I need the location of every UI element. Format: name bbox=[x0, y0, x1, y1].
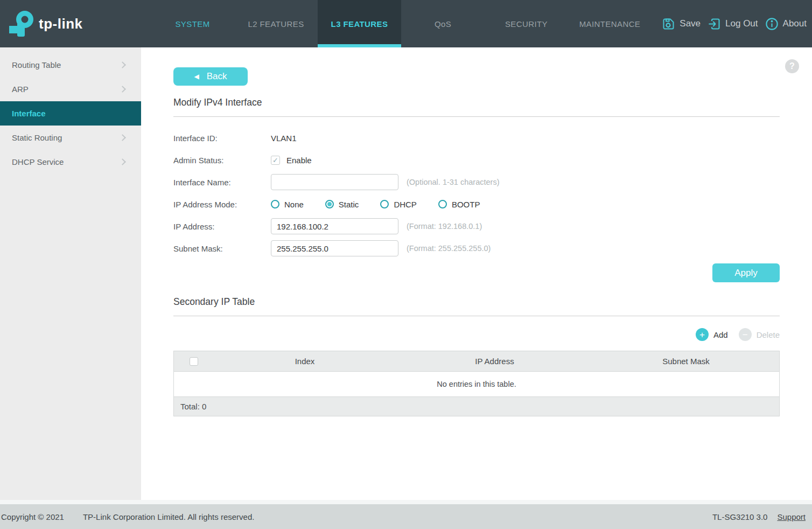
help-icon[interactable]: ? bbox=[785, 59, 799, 73]
admin-status-checkbox[interactable]: ✓ bbox=[271, 156, 280, 165]
interface-name-input[interactable] bbox=[271, 174, 398, 190]
copyright-text: Copyright © 2021 bbox=[1, 512, 64, 521]
delete-button[interactable]: − Delete bbox=[739, 328, 780, 341]
brand-logo-text: tp-link bbox=[39, 16, 83, 32]
ip-address-mode-label: IP Address Mode: bbox=[173, 200, 271, 209]
nav-actions: Save Log Out About bbox=[655, 0, 812, 47]
sidebar-item-dhcp-service[interactable]: DHCP Service bbox=[0, 150, 141, 174]
subnet-mask-hint: (Format: 255.255.255.0) bbox=[407, 244, 491, 253]
back-button[interactable]: ◀ Back bbox=[173, 67, 248, 86]
tab-l3-features[interactable]: L3 FEATURES bbox=[318, 0, 401, 47]
tp-link-logo-icon bbox=[6, 9, 36, 39]
column-header-ip-address: IP Address bbox=[396, 357, 593, 366]
about-icon bbox=[765, 17, 779, 31]
logout-icon bbox=[707, 17, 722, 31]
radio-static[interactable]: Static bbox=[325, 200, 359, 209]
chevron-right-icon bbox=[119, 61, 126, 68]
footer-spacer bbox=[0, 500, 812, 504]
about-label: About bbox=[783, 18, 807, 29]
radio-icon bbox=[438, 200, 447, 208]
interface-id-row: Interface ID: VLAN1 bbox=[173, 130, 780, 146]
tab-l2-features[interactable]: L2 FEATURES bbox=[234, 0, 318, 47]
radio-dhcp[interactable]: DHCP bbox=[380, 200, 417, 209]
table-actions: + Add − Delete bbox=[173, 328, 780, 341]
check-icon: ✓ bbox=[272, 157, 278, 164]
select-all-checkbox[interactable] bbox=[190, 357, 198, 366]
sidebar-item-static-routing[interactable]: Static Routing bbox=[0, 126, 141, 150]
save-button[interactable]: Save bbox=[661, 17, 701, 31]
sidebar: Routing Table ARP Interface Static Routi… bbox=[0, 47, 141, 500]
radio-icon bbox=[271, 200, 279, 208]
chevron-right-icon bbox=[119, 134, 126, 141]
logout-button[interactable]: Log Out bbox=[707, 17, 758, 31]
apply-button[interactable]: Apply bbox=[712, 263, 780, 282]
ip-address-hint: (Format: 192.168.0.1) bbox=[407, 222, 482, 231]
top-nav: tp-link SYSTEM L2 FEATURES L3 FEATURES Q… bbox=[0, 0, 812, 47]
chevron-right-icon bbox=[119, 158, 126, 165]
page-title: Modify IPv4 Interface bbox=[173, 97, 780, 108]
subnet-mask-label: Subnet Mask: bbox=[173, 244, 271, 253]
subnet-mask-input[interactable] bbox=[271, 240, 398, 256]
tab-qos[interactable]: QoS bbox=[401, 0, 485, 47]
main-menu: SYSTEM L2 FEATURES L3 FEATURES QoS SECUR… bbox=[151, 0, 652, 47]
radio-icon bbox=[380, 200, 389, 208]
main-panel: ? ◀ Back Modify IPv4 Interface Interface… bbox=[141, 47, 812, 500]
enable-label: Enable bbox=[286, 156, 312, 165]
sidebar-item-routing-table[interactable]: Routing Table bbox=[0, 53, 141, 77]
secondary-ip-table: Index IP Address Subnet Mask No entries … bbox=[173, 351, 780, 416]
support-link[interactable]: Support bbox=[777, 512, 806, 521]
radio-bootp[interactable]: BOOTP bbox=[438, 200, 480, 209]
company-text: TP-Link Corporation Limited. All rights … bbox=[83, 512, 254, 521]
brand-logo: tp-link bbox=[0, 0, 151, 47]
tab-maintenance[interactable]: MAINTENANCE bbox=[568, 0, 652, 47]
plus-icon: + bbox=[696, 328, 709, 341]
interface-id-label: Interface ID: bbox=[173, 134, 271, 143]
radio-selected-icon bbox=[325, 200, 334, 208]
interface-id-value: VLAN1 bbox=[271, 134, 297, 143]
table-total-row: Total: 0 bbox=[174, 397, 779, 416]
section-divider bbox=[173, 116, 780, 117]
radio-none[interactable]: None bbox=[271, 200, 304, 209]
column-header-index: Index bbox=[213, 357, 396, 366]
add-button[interactable]: + Add bbox=[696, 328, 728, 341]
minus-icon: − bbox=[739, 328, 752, 341]
column-header-subnet-mask: Subnet Mask bbox=[593, 357, 779, 366]
section-divider bbox=[173, 316, 780, 316]
save-icon bbox=[661, 17, 676, 31]
ip-address-input[interactable] bbox=[271, 218, 398, 234]
sidebar-item-arp[interactable]: ARP bbox=[0, 77, 141, 101]
back-arrow-icon: ◀ bbox=[194, 73, 199, 80]
about-button[interactable]: About bbox=[765, 17, 807, 31]
ipv4-interface-form: Interface ID: VLAN1 Admin Status: ✓ Enab… bbox=[173, 130, 780, 256]
ip-address-row: IP Address: (Format: 192.168.0.1) bbox=[173, 218, 780, 234]
tab-security[interactable]: SECURITY bbox=[485, 0, 568, 47]
interface-name-row: Interface Name: (Optional. 1-31 characte… bbox=[173, 174, 780, 190]
tab-system[interactable]: SYSTEM bbox=[151, 0, 234, 47]
admin-status-row: Admin Status: ✓ Enable bbox=[173, 152, 780, 168]
secondary-ip-table-title: Secondary IP Table bbox=[173, 296, 780, 308]
footer: Copyright © 2021 TP-Link Corporation Lim… bbox=[0, 504, 812, 529]
ip-address-label: IP Address: bbox=[173, 222, 271, 231]
logout-label: Log Out bbox=[725, 18, 758, 29]
interface-name-hint: (Optional. 1-31 characters) bbox=[407, 178, 499, 186]
table-header-row: Index IP Address Subnet Mask bbox=[174, 351, 779, 372]
subnet-mask-row: Subnet Mask: (Format: 255.255.255.0) bbox=[173, 240, 780, 256]
admin-status-label: Admin Status: bbox=[173, 156, 271, 165]
table-empty-message: No entries in this table. bbox=[174, 372, 779, 397]
sidebar-item-interface[interactable]: Interface bbox=[0, 101, 141, 126]
interface-name-label: Interface Name: bbox=[173, 178, 271, 187]
chevron-right-icon bbox=[119, 86, 126, 93]
save-label: Save bbox=[680, 18, 701, 29]
device-model: TL-SG3210 3.0 bbox=[712, 512, 768, 521]
ip-address-mode-row: IP Address Mode: None Static DHCP bbox=[173, 196, 780, 212]
